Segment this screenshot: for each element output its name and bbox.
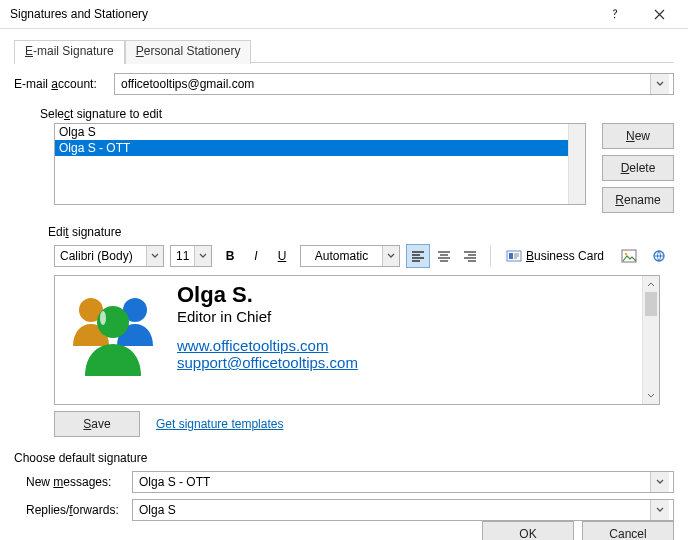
get-templates-link[interactable]: Get signature templates (156, 417, 283, 431)
chevron-down-icon[interactable] (650, 472, 669, 492)
svg-point-8 (100, 311, 106, 325)
email-account-dropdown[interactable]: officetooltips@gmail.com (114, 73, 674, 95)
font-color-combo[interactable]: Automatic (300, 245, 400, 267)
ok-button[interactable]: OK (482, 521, 574, 540)
signature-name: Olga S. (177, 282, 358, 308)
font-size-combo[interactable]: 11 (170, 245, 212, 267)
scroll-down-icon[interactable] (643, 388, 659, 404)
signature-editor[interactable]: Olga S. Editor in Chief www.officetoolti… (54, 275, 660, 405)
scrollbar[interactable] (642, 276, 659, 404)
new-messages-row: New messages: New messages: Olga S - OTT (14, 471, 674, 493)
align-center-button[interactable] (432, 244, 456, 268)
format-toolbar: Calibri (Body) 11 B I U Automatic (14, 243, 674, 269)
replies-forwards-label: Replies/forwards: (26, 503, 132, 517)
insert-picture-button[interactable] (617, 244, 641, 268)
list-item[interactable]: Olga S (55, 124, 585, 140)
signature-email[interactable]: support@officetooltips.com (177, 354, 358, 371)
email-account-label: E-mail account: (14, 77, 114, 91)
select-signature-caption: Select signature to edit (14, 107, 674, 121)
replies-forwards-row: Replies/forwards: Replies/forwards: Olga… (14, 499, 674, 521)
email-account-row: E-mail account: E-mail account: officeto… (14, 73, 674, 95)
new-messages-dropdown[interactable]: Olga S - OTT (132, 471, 674, 493)
window-title: Signatures and Stationery (10, 7, 148, 21)
svg-point-3 (625, 253, 628, 256)
edit-signature-caption: Edit signature (14, 225, 674, 239)
help-button[interactable] (592, 0, 637, 28)
chevron-down-icon[interactable] (650, 74, 669, 94)
italic-button[interactable]: I (244, 244, 268, 268)
rename-button[interactable]: Rename (602, 187, 674, 213)
business-card-button[interactable]: Business Card Business Card (499, 243, 611, 269)
tab-personal-stationery[interactable]: Personal Stationery (125, 40, 252, 64)
close-button[interactable] (637, 0, 682, 28)
delete-button[interactable]: Delete (602, 155, 674, 181)
chevron-down-icon[interactable] (650, 500, 669, 520)
align-left-button[interactable] (406, 244, 430, 268)
cancel-button[interactable]: Cancel (582, 521, 674, 540)
dialog-footer: OK Cancel (0, 521, 688, 540)
tab-email-signature[interactable]: E-mail Signature (14, 40, 125, 64)
chevron-down-icon[interactable] (194, 246, 211, 266)
bold-button[interactable]: B (218, 244, 242, 268)
insert-hyperlink-button[interactable] (647, 244, 671, 268)
signature-list[interactable]: Olga S Olga S - OTT (54, 123, 586, 205)
replies-forwards-dropdown[interactable]: Olga S (132, 499, 674, 521)
save-button[interactable]: Save (54, 411, 140, 437)
chevron-down-icon[interactable] (382, 246, 399, 266)
signature-role: Editor in Chief (177, 308, 358, 325)
scrollbar[interactable] (568, 124, 585, 204)
scroll-thumb[interactable] (645, 292, 657, 316)
business-card-icon (506, 249, 522, 263)
align-right-button[interactable] (458, 244, 482, 268)
scroll-up-icon[interactable] (643, 276, 659, 292)
list-item[interactable]: Olga S - OTT (55, 140, 585, 156)
new-button[interactable]: New (602, 123, 674, 149)
signature-image (63, 280, 163, 380)
signature-url[interactable]: www.officetooltips.com (177, 337, 328, 354)
titlebar: Signatures and Stationery (0, 0, 688, 29)
font-family-combo[interactable]: Calibri (Body) (54, 245, 164, 267)
dialog-body: E-mail Signature Personal Stationery E-m… (0, 29, 688, 521)
new-messages-label: New messages: (26, 475, 132, 489)
tab-strip: E-mail Signature Personal Stationery (14, 39, 674, 63)
dialog-window: Signatures and Stationery E-mail Signatu… (0, 0, 688, 540)
email-account-value: officetooltips@gmail.com (121, 77, 650, 91)
underline-button[interactable]: U (270, 244, 294, 268)
chevron-down-icon[interactable] (146, 246, 163, 266)
svg-rect-1 (509, 253, 513, 259)
choose-default-caption: Choose default signature (14, 451, 674, 465)
